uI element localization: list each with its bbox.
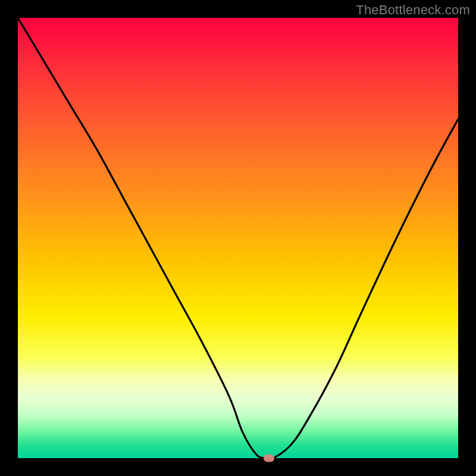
- watermark-text: TheBottleneck.com: [356, 2, 470, 18]
- bottleneck-curve: [18, 18, 458, 458]
- chart-frame: TheBottleneck.com: [0, 0, 476, 476]
- optimal-marker: [264, 455, 274, 462]
- plot-area: [18, 18, 458, 458]
